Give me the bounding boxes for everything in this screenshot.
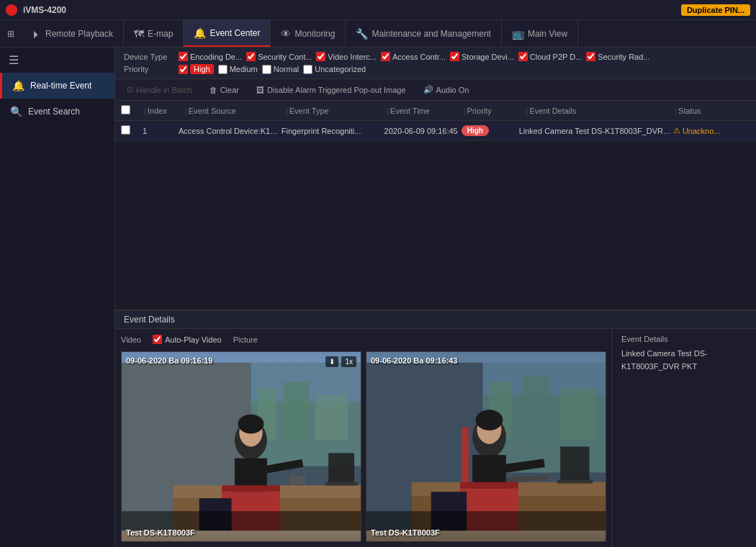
- device-type-filter-row: Device Type Encoding De... Security Cont…: [124, 52, 747, 61]
- nav-emap-label: E-map: [148, 29, 173, 39]
- header-details: Event Details: [529, 107, 673, 115]
- disable-alarm-button[interactable]: 🖼 Disable Alarm Triggered Pop-out Image: [253, 84, 409, 96]
- nav-event-center-label: Event Center: [210, 28, 260, 38]
- sidebar-toggle[interactable]: ☰: [0, 48, 114, 73]
- svg-rect-10: [328, 453, 354, 485]
- svg-rect-32: [557, 480, 593, 483]
- warning-icon: ⚠: [673, 126, 680, 135]
- status-badge: ⚠ Unackno...: [673, 126, 750, 135]
- app-logo: [6, 4, 17, 16]
- video1-camera-label: Test DS-K1T8003F: [126, 528, 195, 537]
- emap-icon: 🗺: [134, 28, 144, 40]
- nav-main-view[interactable]: 📺 Main View: [502, 20, 578, 47]
- nav-event-center[interactable]: 🔔 Event Center: [184, 20, 271, 47]
- row-details: Linked Camera Test DS-K1T8003F_DVR PKT: [519, 127, 673, 135]
- row-type: Fingerprint Recogniti...: [282, 127, 384, 135]
- panel-header: Event Details: [115, 311, 756, 329]
- handle-batch-icon: ⊡: [127, 85, 133, 94]
- auto-play-video-check[interactable]: Auto-Play Video: [153, 335, 222, 344]
- filter-cloud-p2p[interactable]: Cloud P2P D...: [518, 52, 582, 61]
- video-player-1[interactable]: 09-06-2020 Ba 09:16:19 Test DS-K1T8003F …: [121, 351, 361, 542]
- header-status: Status: [678, 107, 750, 115]
- video1-timestamp: 09-06-2020 Ba 09:16:19: [126, 356, 212, 365]
- nav-remote-playback-label: Remote Playback: [45, 29, 113, 39]
- nav-monitoring-label: Monitoring: [294, 29, 335, 39]
- download-icon[interactable]: ⬇: [325, 356, 338, 367]
- content-area: Device Type Encoding De... Security Cont…: [115, 48, 756, 547]
- svg-rect-20: [289, 476, 305, 485]
- filter-medium[interactable]: Medium: [218, 65, 258, 74]
- video-section: Video Auto-Play Video Picture: [115, 329, 612, 547]
- video2-camera-label: Test DS-K1T8003F: [371, 528, 440, 537]
- priority-label: Priority: [124, 65, 174, 73]
- priority-badge: High: [462, 125, 489, 136]
- main-view-icon: 📺: [512, 28, 524, 40]
- nav-emap[interactable]: 🗺 E-map: [124, 20, 184, 47]
- filter-security-rad[interactable]: Security Rad...: [586, 52, 649, 61]
- svg-rect-11: [325, 482, 358, 485]
- filter-bar: Device Type Encoding De... Security Cont…: [115, 48, 756, 79]
- filter-storage-devi[interactable]: Storage Devi...: [450, 52, 514, 61]
- realtime-event-icon: 🔔: [12, 80, 24, 91]
- svg-point-15: [238, 415, 264, 434]
- svg-point-37: [476, 410, 503, 430]
- row-status: ⚠ Unackno...: [673, 126, 750, 135]
- svg-rect-39: [462, 428, 469, 486]
- sidebar-item-event-search[interactable]: 🔍 Event Search: [0, 99, 114, 125]
- clear-icon: 🗑: [210, 86, 217, 94]
- svg-rect-40: [460, 482, 518, 489]
- filter-normal[interactable]: Normal: [262, 65, 299, 74]
- main-layout: ☰ 🔔 Real-time Event 🔍 Event Search Devic…: [0, 48, 756, 547]
- filter-access-contr[interactable]: Access Contr...: [381, 52, 446, 61]
- toolbar: ⊡ Handle in Batch 🗑 Clear 🖼 Disable Alar…: [115, 79, 756, 101]
- handle-batch-button[interactable]: ⊡ Handle in Batch: [124, 83, 195, 96]
- event-details-panel: Event Details Video Auto-Play Video Pict…: [115, 309, 756, 547]
- header-time: Event Time: [390, 107, 462, 115]
- row-source: Access Control Device:K1T80...: [179, 127, 282, 135]
- maintenance-icon: 🔧: [356, 28, 368, 40]
- audio-icon: 🔊: [423, 85, 433, 94]
- header-priority: Priority: [467, 107, 525, 115]
- svg-rect-31: [560, 447, 589, 482]
- nav-maintenance[interactable]: 🔧 Maintenance and Management: [346, 20, 501, 47]
- header-type: Event Type: [289, 107, 385, 115]
- event-search-icon: 🔍: [10, 106, 22, 117]
- panel-body: Video Auto-Play Video Picture: [115, 329, 756, 547]
- header-index: Index: [148, 107, 184, 115]
- filter-uncategorized[interactable]: Uncategorized: [303, 65, 366, 74]
- header-source: Event Source: [189, 107, 284, 115]
- nav-grid-icon[interactable]: ⊞: [0, 29, 22, 39]
- duplicate-pin-button[interactable]: Duplicate PIN...: [681, 4, 750, 16]
- filter-encoding[interactable]: Encoding De...: [179, 52, 242, 61]
- event-table: | Index | Event Source | Event Type | Ev…: [115, 101, 756, 309]
- monitoring-icon: 👁: [281, 28, 291, 40]
- video-player-2[interactable]: 09-06-2020 Ba 09:16:43 Test DS-K1T8003F: [366, 351, 606, 542]
- table-row[interactable]: 1 Access Control Device:K1T80... Fingerp…: [115, 121, 756, 141]
- sidebar-item-realtime-event[interactable]: 🔔 Real-time Event: [0, 73, 114, 99]
- video1-controls: ⬇ 1x: [325, 356, 356, 367]
- filter-high[interactable]: High: [179, 64, 214, 74]
- event-center-icon: 🔔: [194, 27, 206, 39]
- audio-on-button[interactable]: 🔊 Audio On: [420, 83, 472, 96]
- clear-button[interactable]: 🗑 Clear: [207, 84, 242, 96]
- filter-video-interc[interactable]: Video Interc...: [316, 52, 377, 61]
- disable-alarm-icon: 🖼: [256, 86, 264, 94]
- header-check[interactable]: [121, 105, 143, 116]
- row-index: 1: [143, 127, 179, 135]
- speed-label[interactable]: 1x: [341, 356, 356, 367]
- sidebar-realtime-label: Real-time Event: [30, 81, 91, 91]
- table-header: | Index | Event Source | Event Type | Ev…: [115, 101, 756, 121]
- video-label: Video: [121, 335, 141, 344]
- detail-right-title: Event Details: [621, 335, 747, 343]
- filter-security-cont[interactable]: Security Cont...: [246, 52, 312, 61]
- device-type-label: Device Type: [124, 53, 174, 61]
- picture-label: Picture: [233, 335, 258, 344]
- row-check[interactable]: [121, 125, 143, 136]
- nav-main-view-label: Main View: [528, 29, 567, 39]
- nav-remote-playback[interactable]: ⏵ Remote Playback: [22, 20, 124, 47]
- remote-playback-icon: ⏵: [32, 28, 42, 40]
- nav-bar: ⊞ ⏵ Remote Playback 🗺 E-map 🔔 Event Cent…: [0, 20, 756, 48]
- video-row: 09-06-2020 Ba 09:16:19 Test DS-K1T8003F …: [121, 351, 606, 542]
- nav-monitoring[interactable]: 👁 Monitoring: [271, 20, 346, 47]
- row-time: 2020-06-09 09:16:45: [384, 127, 462, 135]
